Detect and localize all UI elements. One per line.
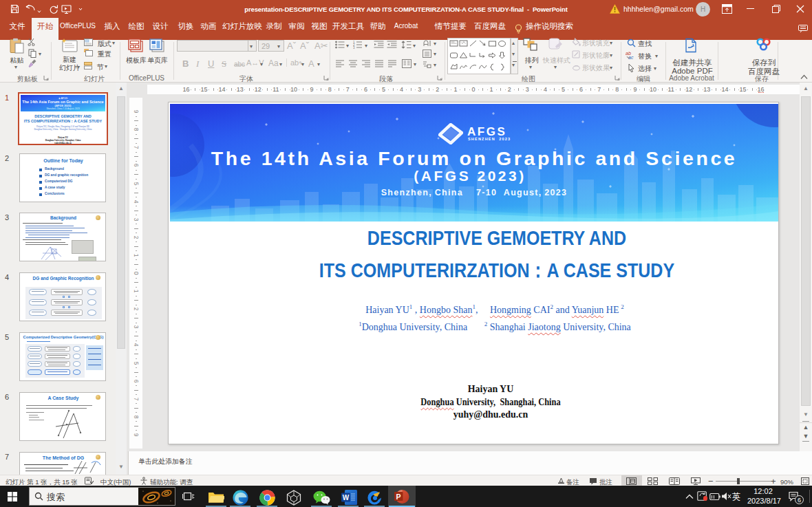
svg-text:W: W — [343, 494, 350, 501]
svg-text:ac: ac — [628, 55, 634, 60]
svg-text:P: P — [396, 493, 401, 501]
svg-text:3: 3 — [353, 46, 355, 50]
